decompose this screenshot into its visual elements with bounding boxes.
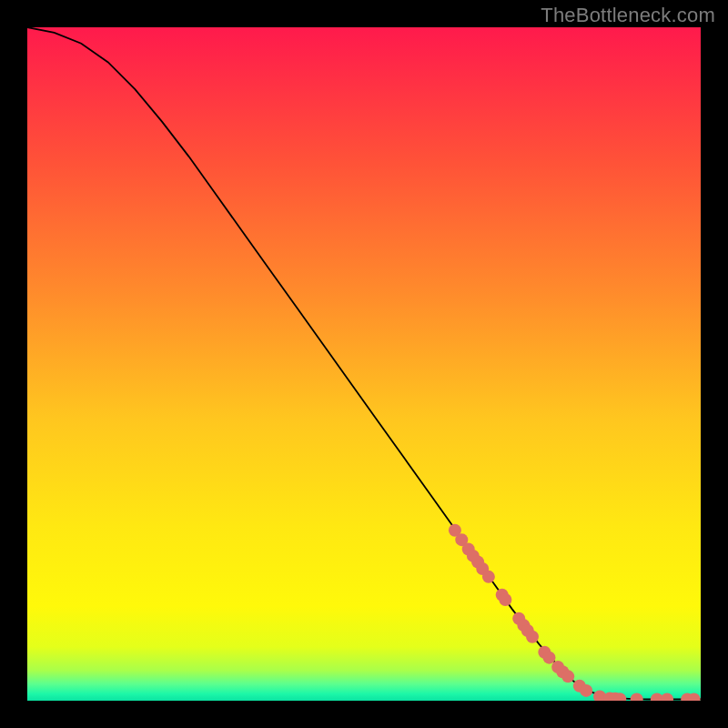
chart-plot	[27, 27, 701, 701]
data-point	[482, 571, 495, 583]
data-point	[580, 684, 592, 697]
chart-frame: TheBottleneck.com	[0, 0, 728, 728]
data-point	[543, 652, 556, 664]
data-point	[499, 593, 511, 606]
plot-background	[27, 27, 701, 701]
data-point	[526, 631, 539, 643]
attribution-label: TheBottleneck.com	[541, 4, 715, 27]
data-point	[561, 670, 574, 682]
